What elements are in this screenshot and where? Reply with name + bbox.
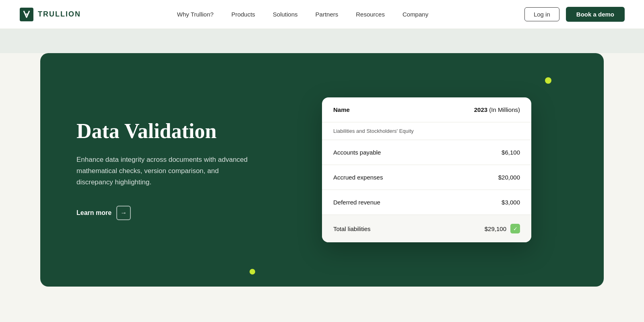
learn-more-link[interactable]: Learn more → [76,206,286,220]
nav-link-why[interactable]: Why Trullion? [177,11,214,18]
nav-link-partners[interactable]: Partners [316,11,339,18]
table-row: Accrued expenses $20,000 [322,165,531,190]
arrow-icon: → [116,206,131,220]
table-row: Accounts payable $6,100 [322,140,531,165]
dot-bottom-left [250,269,255,275]
data-table-card: Name 2023 (In Millions) Liabilities and … [322,97,531,242]
learn-more-label: Learn more [76,209,111,217]
logo-icon [19,7,34,22]
table-section-label: Liabilities and Stockholders' Equity [322,122,531,140]
demo-button[interactable]: Book a demo [566,7,625,22]
main-card: Data Validation Enhance data integrity a… [40,53,604,287]
nav-link-resources[interactable]: Resources [356,11,385,18]
row-value-3: $29,100 ✓ [485,224,520,233]
login-button[interactable]: Log in [524,7,559,21]
table-header-year: 2023 (In Millions) [474,106,520,113]
nav-link-products[interactable]: Products [231,11,255,18]
table-row-total: Total liabilities $29,100 ✓ [322,215,531,242]
row-value-0: $6,100 [502,149,520,156]
logo-text: TRULLION [38,10,81,19]
page-wrapper: Data Validation Enhance data integrity a… [0,0,644,287]
card-left: Data Validation Enhance data integrity a… [76,120,286,220]
nav-link-solutions[interactable]: Solutions [273,11,298,18]
table-row: Deferred revenue $3,000 [322,190,531,215]
row-label-2: Deferred revenue [333,199,380,206]
hero-description: Enhance data integrity across documents … [76,154,254,188]
nav-links: Why Trullion? Products Solutions Partner… [177,11,428,18]
nav-link-company[interactable]: Company [402,11,428,18]
nav-actions: Log in Book a demo [524,7,625,22]
card-right: Name 2023 (In Millions) Liabilities and … [286,97,568,242]
top-section [0,29,644,53]
row-label-1: Accrued expenses [333,174,383,181]
row-value-1: $20,000 [498,174,520,181]
navbar: TRULLION Why Trullion? Products Solution… [0,0,644,29]
hero-title: Data Validation [76,120,286,142]
logo[interactable]: TRULLION [19,7,81,22]
row-label-0: Accounts payable [333,149,381,156]
table-header-name: Name [333,106,350,113]
check-badge: ✓ [510,224,520,233]
table-header: Name 2023 (In Millions) [322,97,531,122]
dot-top-right [545,77,551,84]
row-label-3: Total liabilities [333,225,371,232]
row-value-2: $3,000 [502,199,520,206]
